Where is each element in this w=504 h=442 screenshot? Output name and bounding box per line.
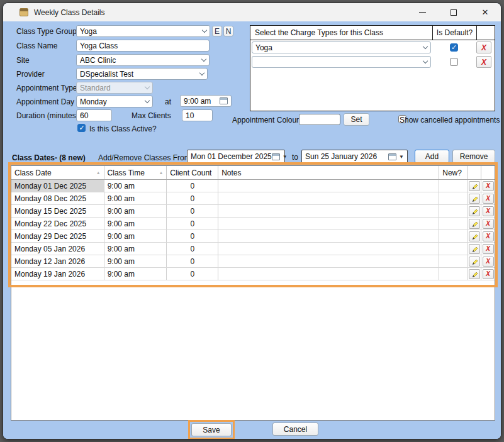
grid-header-row: Class Date ▲ Class Time ▲ Client Count N… [11, 166, 495, 180]
close-button[interactable]: ✕ [479, 7, 491, 18]
delete-icon: X [481, 43, 486, 52]
save-highlight-annotation: Save [188, 420, 235, 439]
new-type-group-button[interactable]: N [223, 26, 233, 36]
class-date-row[interactable]: Monday 29 Dec 2025 9:00 am 0 X [11, 230, 495, 243]
class-date-cell: Monday 08 Dec 2025 [11, 192, 104, 204]
class-date-row[interactable]: Monday 12 Jan 2026 9:00 am 0 X [11, 255, 495, 268]
appointment-colour-label: Appointment Colour [232, 116, 299, 124]
new-cell [439, 192, 468, 204]
is-default-cell [431, 58, 476, 66]
charge-type-select[interactable]: Yoga [252, 41, 431, 53]
add-button[interactable]: Add [415, 150, 449, 163]
column-header-class-time[interactable]: Class Time ▲ [104, 166, 167, 179]
appointment-day-value: Monday [80, 97, 107, 106]
provider-label: Provider [16, 70, 45, 79]
class-time-picker[interactable]: 9:00 am [180, 95, 232, 107]
class-date-row[interactable]: Monday 01 Dec 2025 9:00 am 0 X [11, 180, 495, 192]
edit-type-group-button[interactable]: E [212, 26, 222, 36]
class-dates-rows: Monday 01 Dec 2025 9:00 am 0 X Monday 08… [11, 180, 495, 280]
delete-class-button[interactable]: X [483, 206, 494, 216]
class-date-row[interactable]: Monday 19 Jan 2026 9:00 am 0 X [11, 268, 495, 280]
is-default-checkbox[interactable] [450, 58, 458, 66]
to-date-picker[interactable]: Sun 25 January 2026 ▼ [301, 150, 408, 163]
delete-class-button[interactable]: X [483, 181, 494, 191]
notes-cell [218, 218, 439, 229]
class-dates-title: Class Dates- (8 new) [12, 153, 86, 162]
provider-select[interactable]: DSpecialist Test [76, 68, 208, 80]
class-time-cell: 9:00 am [104, 192, 167, 204]
class-date-cell: Monday 15 Dec 2025 [11, 205, 104, 217]
pencil-icon [471, 270, 478, 278]
delete-icon: X [481, 58, 486, 67]
cancel-button[interactable]: Cancel [272, 423, 318, 436]
column-header-class-date[interactable]: Class Date ▲ [11, 166, 104, 179]
class-date-row[interactable]: Monday 15 Dec 2025 9:00 am 0 X [11, 205, 495, 218]
edit-class-button[interactable] [469, 257, 480, 267]
new-cell [439, 218, 468, 229]
remove-button[interactable]: Remove [452, 150, 495, 163]
edit-class-button[interactable] [469, 206, 480, 216]
maximize-button[interactable] [448, 7, 459, 18]
add-remove-label: Add/Remove Classes From [98, 153, 191, 162]
site-select[interactable]: ABC Clinic [76, 54, 210, 66]
title-bar[interactable]: Weekly Class Details ✕ [3, 3, 501, 21]
client-count-cell: 0 [167, 218, 218, 229]
charge-type-select[interactable] [252, 56, 431, 68]
charge-delete-header [476, 26, 495, 40]
calendar-icon [388, 153, 396, 160]
appointment-colour-input[interactable] [299, 114, 340, 125]
pencil-icon [471, 195, 478, 202]
chevron-down-icon [423, 58, 428, 64]
class-date-row[interactable]: Monday 22 Dec 2025 9:00 am 0 X [11, 218, 495, 230]
class-type-group-label: Class Type Group [16, 27, 77, 36]
chevron-down-icon [199, 70, 204, 75]
max-clients-label: Max Clients [132, 111, 171, 120]
delete-class-button[interactable]: X [483, 231, 494, 241]
save-button[interactable]: Save [191, 423, 232, 436]
from-date-picker[interactable]: Mon 01 December 2025 ▼ [187, 150, 285, 163]
max-clients-input[interactable] [182, 109, 213, 121]
edit-class-button[interactable] [469, 219, 480, 229]
chevron-down-icon [423, 44, 428, 49]
class-name-input[interactable] [76, 40, 210, 52]
dropdown-arrow-icon[interactable]: ▼ [283, 154, 288, 160]
delete-class-button[interactable]: X [483, 269, 494, 279]
class-active-checkbox[interactable] [77, 124, 86, 132]
delete-class-button[interactable]: X [483, 194, 494, 204]
calendar-icon[interactable] [220, 97, 228, 104]
app-icon [20, 8, 28, 16]
charge-type-value: Yoga [255, 43, 272, 52]
window-title: Weekly Class Details [34, 8, 104, 17]
delete-class-button[interactable]: X [483, 219, 494, 229]
class-date-row[interactable]: Monday 05 Jan 2026 9:00 am 0 X [11, 243, 495, 255]
appointment-type-label: Appointment Type [16, 84, 77, 92]
edit-class-button[interactable] [469, 194, 480, 204]
class-time-cell: 9:00 am [104, 243, 167, 255]
edit-class-button[interactable] [469, 231, 480, 241]
edit-class-button[interactable] [469, 244, 480, 254]
dropdown-arrow-icon[interactable]: ▼ [399, 154, 404, 160]
delete-charge-button[interactable]: X [476, 41, 491, 53]
is-default-checkbox[interactable] [450, 43, 458, 52]
notes-cell [218, 180, 439, 192]
edit-class-button[interactable] [469, 181, 480, 191]
class-type-group-select[interactable]: Yoga [76, 25, 210, 37]
charge-rows: Yoga X X [250, 40, 495, 69]
delete-charge-button[interactable]: X [476, 56, 491, 68]
site-label: Site [16, 56, 30, 65]
delete-icon: X [486, 195, 490, 202]
edit-class-button[interactable] [469, 269, 480, 279]
notes-cell [218, 268, 439, 280]
delete-class-button[interactable]: X [483, 257, 494, 267]
minimize-button[interactable] [417, 7, 428, 18]
appointment-day-select[interactable]: Monday [76, 96, 153, 108]
duration-input[interactable] [76, 109, 112, 121]
delete-class-button[interactable]: X [483, 244, 494, 254]
class-date-cell: Monday 01 Dec 2025 [11, 180, 104, 192]
client-count-cell: 0 [167, 205, 218, 217]
class-date-cell: Monday 22 Dec 2025 [11, 218, 104, 229]
class-date-row[interactable]: Monday 08 Dec 2025 9:00 am 0 X [11, 192, 495, 205]
set-colour-button[interactable]: Set [344, 113, 369, 126]
column-header-client-count: Client Count [167, 166, 218, 179]
column-header-delete [481, 166, 495, 179]
